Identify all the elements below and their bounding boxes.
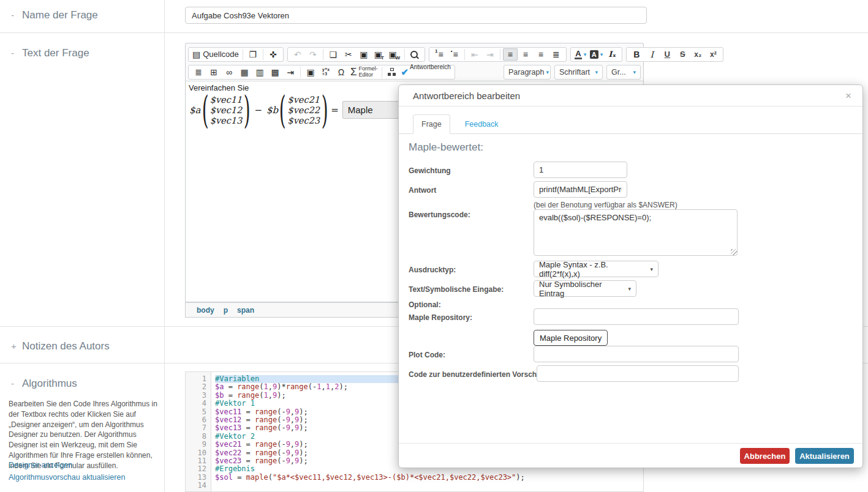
math-icon[interactable]: y*x÷3 bbox=[319, 66, 333, 78]
link-icon[interactable]: ∞ bbox=[222, 66, 236, 78]
align-justify-icon[interactable]: ≣ bbox=[549, 48, 564, 61]
paste-word-icon[interactable]: ▣W bbox=[387, 48, 402, 61]
tab-frage[interactable]: Frage bbox=[413, 114, 450, 134]
numbered-list-icon[interactable]: 1≡ bbox=[432, 48, 447, 61]
templates-icon[interactable]: ❐ bbox=[246, 48, 260, 61]
find-icon[interactable] bbox=[407, 48, 422, 61]
tab-feedback[interactable]: Feedback bbox=[461, 115, 502, 133]
selected-value: Nur Symbolischer Eintrag bbox=[539, 280, 624, 298]
maple-repository-input[interactable] bbox=[534, 308, 739, 325]
eingabe-select[interactable]: Nur Symbolischer Eintrag ▾ bbox=[534, 280, 636, 297]
embed-icon[interactable]: ⇥ bbox=[283, 66, 298, 78]
font-select[interactable]: Schriftart▾ bbox=[554, 65, 603, 80]
collapse-icon[interactable]: - bbox=[11, 378, 22, 389]
paste-icon[interactable]: ▣ bbox=[357, 48, 371, 61]
source-button[interactable]: ▤Quellcode bbox=[191, 48, 240, 61]
section-title: Algorithmus bbox=[22, 378, 77, 390]
redo-icon[interactable]: ↷ bbox=[306, 48, 320, 61]
sidebar-section-notes[interactable]: + Notizen des Autors bbox=[11, 340, 110, 352]
subscript-button[interactable]: x₂ bbox=[690, 48, 705, 61]
vector-component: $vec12 bbox=[210, 105, 243, 115]
plot-code-input[interactable] bbox=[534, 346, 739, 362]
maple-repository-label: Maple Repository: bbox=[409, 313, 472, 322]
toolbar-separator bbox=[464, 49, 465, 60]
indent-icon[interactable]: ⇥ bbox=[483, 48, 497, 61]
custom-preview-input[interactable] bbox=[537, 365, 739, 382]
maximize-icon[interactable]: ✜ bbox=[266, 48, 281, 61]
outdent-icon[interactable]: ⇤ bbox=[467, 48, 482, 61]
algorithm-help-text: Bearbeiten Sie den Code Ihres Algorithmu… bbox=[9, 399, 164, 471]
equals-sign: = bbox=[331, 105, 339, 116]
line-number: 7 bbox=[186, 424, 206, 432]
line-number: 13 bbox=[186, 474, 206, 482]
line-number: 1 bbox=[186, 375, 206, 383]
strike-button[interactable]: S bbox=[675, 48, 690, 61]
cut-icon[interactable]: ✂ bbox=[341, 48, 356, 61]
cancel-button[interactable]: Abbrechen bbox=[740, 448, 790, 464]
video-icon[interactable]: ▩ bbox=[268, 66, 282, 78]
align-center-icon[interactable]: ≡ bbox=[518, 48, 533, 61]
align-right-icon[interactable]: ≡ bbox=[534, 48, 548, 61]
paste-text-icon[interactable]: ▣T bbox=[372, 48, 387, 61]
media-icon[interactable]: ▥ bbox=[252, 66, 267, 78]
toolbar-separator bbox=[263, 49, 263, 60]
size-select[interactable]: Gr...▾ bbox=[606, 65, 641, 80]
text-color-button[interactable]: A▾ bbox=[573, 48, 588, 61]
path-p[interactable]: p bbox=[224, 306, 228, 315]
editor-toolbar: ▤Quellcode❐✜↶↷❏✂▣▣T▣W1≡•≡⇤⇥≡≡≡≣A▾A▾IₓBIU… bbox=[185, 43, 644, 81]
path-span[interactable]: span bbox=[237, 306, 254, 315]
update-button[interactable]: Aktualisieren bbox=[795, 448, 854, 464]
bold-button[interactable]: B bbox=[629, 48, 644, 61]
collapse-icon[interactable]: - bbox=[11, 48, 22, 58]
bg-color-button[interactable]: A▾ bbox=[589, 48, 605, 61]
answer-region-button[interactable]: ✔Antwortbereich bbox=[400, 66, 452, 78]
superscript-button[interactable]: x² bbox=[706, 48, 720, 61]
plot-code-label: Plot Code: bbox=[409, 351, 445, 359]
close-icon[interactable]: × bbox=[845, 91, 851, 101]
special-char-icon[interactable]: Ω bbox=[334, 66, 349, 78]
collapse-icon[interactable]: - bbox=[11, 10, 22, 20]
designer-anzeigen-link[interactable]: Designer anzeigen bbox=[9, 461, 72, 469]
sidebar-section-name[interactable]: - Name der Frage bbox=[11, 9, 98, 21]
toolbar-row-2: ≣⊞∞▦▥▩⇥▣y*x÷3ΩΣFormel-Editor✔Antwortbere… bbox=[188, 63, 641, 81]
grading-type-heading: Maple-bewertet: bbox=[409, 141, 483, 154]
dialog-tabs: Frage Feedback bbox=[399, 114, 862, 134]
line-number: 11 bbox=[186, 457, 206, 465]
formula-editor-button[interactable]: ΣFormel-Editor bbox=[349, 66, 379, 78]
section-title: Notizen des Autors bbox=[22, 340, 110, 352]
algorithmusvorschau-link[interactable]: Algorithmusvorschau aktualisieren bbox=[9, 473, 125, 482]
toolbar-group: ↶↷❏✂▣▣T▣W bbox=[287, 47, 425, 62]
underline-button[interactable]: U bbox=[660, 48, 674, 61]
new-page-icon[interactable]: ❏ bbox=[326, 48, 341, 61]
line-number: 10 bbox=[186, 449, 206, 457]
bewertungscode-textarea[interactable]: evalb(($sol)-($RESPONSE)=0); bbox=[534, 209, 738, 256]
antwort-input[interactable] bbox=[534, 181, 627, 198]
sidebar-section-text[interactable]: - Text der Frage bbox=[11, 47, 89, 59]
toolbar-separator bbox=[382, 67, 382, 78]
ausdrucktyp-select[interactable]: Maple Syntax - z.B. diff(2*f(x),x) ▾ bbox=[534, 261, 659, 277]
algorithm-tree-icon[interactable] bbox=[385, 66, 399, 78]
remove-format-icon[interactable]: Iₓ bbox=[605, 48, 619, 61]
toolbar-group: BIUSx₂x² bbox=[626, 47, 723, 62]
image-icon[interactable]: ▦ bbox=[237, 66, 252, 78]
maple-repository-button[interactable]: Maple Repository bbox=[534, 330, 608, 346]
code-line[interactable]: $sol = maple("$a*<$vec11,$vec12,$vec13>-… bbox=[215, 474, 643, 482]
answer-hint-text: (bei der Benotung verfügbar als $ANSWER) bbox=[534, 201, 677, 209]
italic-button[interactable]: I bbox=[644, 48, 659, 61]
align-left-icon[interactable]: ≡ bbox=[503, 48, 518, 61]
paragraph-select[interactable]: Paragraph▾ bbox=[504, 65, 551, 80]
bullet-list-icon[interactable]: •≡ bbox=[447, 48, 462, 61]
bewertungscode-label: Bewertungscode: bbox=[409, 211, 470, 219]
question-name-input[interactable] bbox=[185, 7, 647, 24]
eingabe-label: Text/Symbolische Eingabe: bbox=[409, 285, 504, 294]
table-icon[interactable]: ⊞ bbox=[206, 66, 221, 78]
hr-icon[interactable]: ≣ bbox=[191, 66, 206, 78]
undo-icon[interactable]: ↶ bbox=[290, 48, 305, 61]
sidebar-section-algorithm[interactable]: - Algorithmus bbox=[11, 378, 77, 390]
div-container-icon[interactable]: ▣ bbox=[303, 66, 318, 78]
gewichtung-input[interactable] bbox=[534, 162, 627, 178]
toolbar-separator bbox=[300, 67, 301, 78]
path-body[interactable]: body bbox=[197, 306, 214, 315]
code-line[interactable] bbox=[215, 482, 643, 490]
expand-icon[interactable]: + bbox=[11, 341, 22, 351]
